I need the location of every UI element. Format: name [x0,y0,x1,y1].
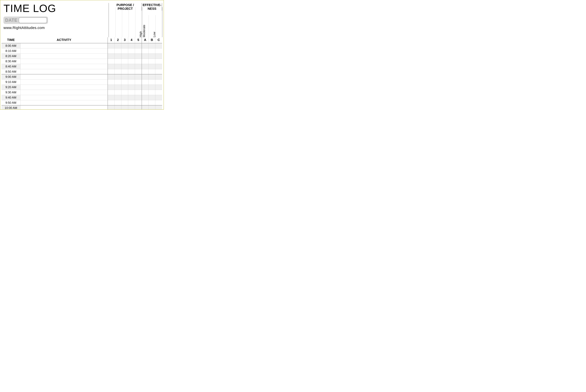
effectiveness-cell[interactable] [149,80,155,84]
purpose-cell[interactable] [135,80,142,84]
effectiveness-cell[interactable] [149,48,155,54]
purpose-cell[interactable] [135,54,142,59]
purpose-cell[interactable] [121,90,128,95]
effectiveness-cell[interactable] [155,48,162,54]
purpose-cell[interactable] [121,95,128,100]
purpose-cell[interactable] [115,64,121,69]
effectiveness-cell[interactable] [155,90,162,95]
purpose-cell[interactable] [121,84,128,90]
purpose-cell[interactable] [128,59,135,64]
effectiveness-cell[interactable] [155,64,162,69]
activity-cell[interactable] [20,84,108,90]
purpose-cell[interactable] [135,90,142,95]
activity-cell[interactable] [20,48,108,54]
effectiveness-cell[interactable] [149,74,155,80]
purpose-cell[interactable] [108,59,115,64]
purpose-cell[interactable] [121,100,128,105]
purpose-cell[interactable] [128,48,135,54]
date-input[interactable] [19,17,47,23]
purpose-cell[interactable] [135,48,142,54]
activity-cell[interactable] [20,54,108,59]
purpose-cell[interactable] [135,100,142,105]
purpose-cell[interactable] [121,43,128,48]
effectiveness-cell[interactable] [149,84,155,90]
effectiveness-cell[interactable] [142,84,149,90]
effectiveness-cell[interactable] [142,100,149,105]
purpose-cell[interactable] [121,59,128,64]
effectiveness-cell[interactable] [155,59,162,64]
purpose-cell[interactable] [115,95,121,100]
effectiveness-cell[interactable] [149,100,155,105]
purpose-cell[interactable] [121,80,128,84]
effectiveness-cell[interactable] [155,74,162,80]
effectiveness-cell[interactable] [155,95,162,100]
purpose-cell[interactable] [108,48,115,54]
purpose-cell[interactable] [128,84,135,90]
purpose-cell[interactable] [108,105,115,110]
effectiveness-cell[interactable] [155,43,162,48]
effectiveness-cell[interactable] [142,74,149,80]
effectiveness-cell[interactable] [142,43,149,48]
effectiveness-cell[interactable] [149,59,155,64]
activity-cell[interactable] [20,74,108,80]
purpose-cell[interactable] [115,100,121,105]
purpose-cell[interactable] [108,80,115,84]
purpose-cell[interactable] [115,43,121,48]
purpose-cell[interactable] [108,95,115,100]
purpose-cell[interactable] [128,43,135,48]
purpose-cell[interactable] [115,80,121,84]
purpose-cell[interactable] [128,64,135,69]
purpose-cell[interactable] [135,84,142,90]
effectiveness-cell[interactable] [149,105,155,110]
effectiveness-cell[interactable] [142,59,149,64]
effectiveness-cell[interactable] [149,64,155,69]
activity-cell[interactable] [20,95,108,100]
effectiveness-cell[interactable] [142,64,149,69]
purpose-cell[interactable] [128,74,135,80]
purpose-cell[interactable] [128,100,135,105]
purpose-cell[interactable] [108,84,115,90]
purpose-cell[interactable] [135,59,142,64]
effectiveness-cell[interactable] [155,69,162,74]
activity-cell[interactable] [20,80,108,84]
purpose-cell[interactable] [115,84,121,90]
purpose-cell[interactable] [121,105,128,110]
effectiveness-cell[interactable] [149,90,155,95]
purpose-cell[interactable] [128,69,135,74]
purpose-cell[interactable] [108,100,115,105]
purpose-cell[interactable] [128,80,135,84]
purpose-cell[interactable] [121,64,128,69]
purpose-cell[interactable] [135,64,142,69]
purpose-cell[interactable] [108,74,115,80]
activity-cell[interactable] [20,64,108,69]
purpose-cell[interactable] [115,74,121,80]
activity-cell[interactable] [20,43,108,48]
purpose-cell[interactable] [128,90,135,95]
purpose-cell[interactable] [115,59,121,64]
purpose-cell[interactable] [135,105,142,110]
effectiveness-cell[interactable] [149,69,155,74]
effectiveness-cell[interactable] [155,100,162,105]
effectiveness-cell[interactable] [155,105,162,110]
purpose-cell[interactable] [108,54,115,59]
effectiveness-cell[interactable] [142,48,149,54]
activity-cell[interactable] [20,100,108,105]
purpose-cell[interactable] [135,69,142,74]
purpose-cell[interactable] [108,90,115,95]
activity-cell[interactable] [20,90,108,95]
purpose-cell[interactable] [128,95,135,100]
purpose-cell[interactable] [135,74,142,80]
effectiveness-cell[interactable] [155,80,162,84]
purpose-cell[interactable] [121,69,128,74]
purpose-cell[interactable] [108,64,115,69]
purpose-cell[interactable] [128,105,135,110]
activity-cell[interactable] [20,69,108,74]
effectiveness-cell[interactable] [155,84,162,90]
activity-cell[interactable] [20,59,108,64]
purpose-cell[interactable] [115,69,121,74]
effectiveness-cell[interactable] [149,43,155,48]
purpose-cell[interactable] [135,43,142,48]
purpose-cell[interactable] [135,95,142,100]
effectiveness-cell[interactable] [155,54,162,59]
effectiveness-cell[interactable] [142,54,149,59]
